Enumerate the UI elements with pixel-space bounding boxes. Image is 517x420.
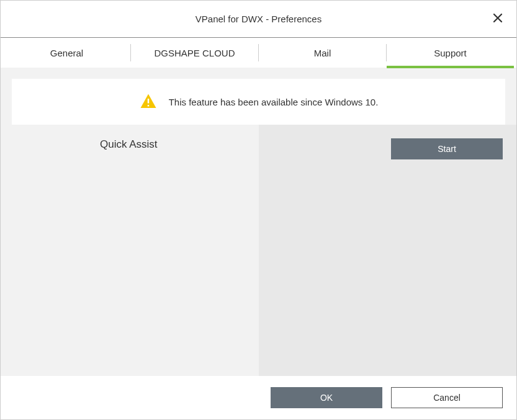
warning-icon (139, 92, 158, 111)
tab-label: DGSHAPE CLOUD (154, 48, 235, 58)
support-right-pane: Start (259, 125, 517, 376)
tab-dgshape-cloud[interactable]: DGSHAPE CLOUD (131, 38, 258, 68)
tab-label: Support (434, 48, 467, 58)
close-button[interactable] (490, 12, 505, 27)
support-left-pane: Quick Assist (1, 125, 259, 376)
ok-button[interactable]: OK (271, 387, 382, 408)
svg-rect-1 (147, 105, 149, 107)
cancel-button[interactable]: Cancel (391, 387, 503, 408)
ok-button-label: OK (320, 393, 333, 403)
tab-bar: General DGSHAPE CLOUD Mail Support (1, 38, 516, 68)
info-banner-text: This feature has been available since Wi… (169, 97, 379, 107)
info-banner: This feature has been available since Wi… (12, 79, 505, 125)
tab-support[interactable]: Support (387, 38, 514, 68)
tab-mail[interactable]: Mail (259, 38, 386, 68)
cancel-button-label: Cancel (433, 393, 461, 403)
start-button-label: Start (438, 144, 456, 154)
window-title: VPanel for DWX - Preferences (196, 14, 321, 24)
start-button[interactable]: Start (391, 138, 503, 159)
dialog-footer: OK Cancel (1, 376, 516, 419)
close-icon (492, 12, 503, 26)
tab-general[interactable]: General (3, 38, 130, 68)
support-pane: Quick Assist Start (1, 125, 516, 376)
svg-rect-0 (147, 99, 149, 104)
title-bar: VPanel for DWX - Preferences (1, 1, 516, 38)
quick-assist-label: Quick Assist (100, 138, 158, 150)
content-area: This feature has been available since Wi… (1, 68, 516, 376)
tab-label: General (50, 48, 83, 58)
tab-label: Mail (314, 48, 331, 58)
